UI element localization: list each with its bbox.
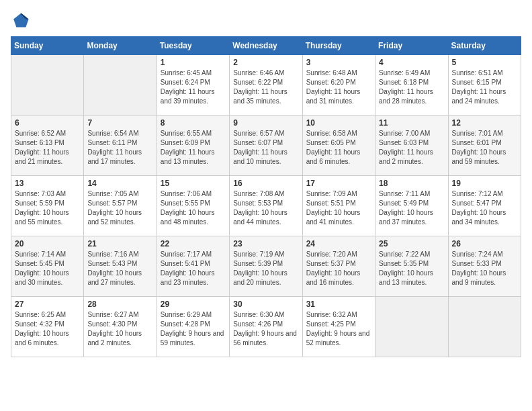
day-info: Sunrise: 6:45 AMSunset: 6:24 PMDaylight:…: [161, 68, 226, 106]
calendar-header: SundayMondayTuesdayWednesdayThursdayFrid…: [11, 37, 521, 55]
logo: [11, 11, 31, 30]
day-cell: 3Sunrise: 6:48 AMSunset: 6:20 PMDaylight…: [302, 55, 375, 116]
day-info: Sunrise: 6:49 AMSunset: 6:18 PMDaylight:…: [379, 68, 444, 106]
day-cell: 9Sunrise: 6:57 AMSunset: 6:07 PMDaylight…: [230, 116, 302, 176]
day-cell: 31Sunrise: 6:32 AMSunset: 4:25 PMDayligh…: [302, 297, 375, 357]
header-cell-tuesday: Tuesday: [157, 37, 229, 55]
day-cell: 8Sunrise: 6:55 AMSunset: 6:09 PMDaylight…: [157, 116, 229, 176]
week-row-3: 13Sunrise: 7:03 AMSunset: 5:59 PMDayligh…: [11, 176, 521, 236]
day-number: 29: [161, 300, 226, 309]
day-cell: 19Sunrise: 7:12 AMSunset: 5:47 PMDayligh…: [448, 176, 521, 236]
day-info: Sunrise: 6:58 AMSunset: 6:05 PMDaylight:…: [306, 129, 371, 167]
week-row-2: 6Sunrise: 6:52 AMSunset: 6:13 PMDaylight…: [11, 116, 521, 176]
header-cell-saturday: Saturday: [448, 37, 521, 55]
day-cell: [84, 55, 157, 116]
day-cell: 6Sunrise: 6:52 AMSunset: 6:13 PMDaylight…: [11, 116, 84, 176]
day-number: 31: [306, 300, 371, 309]
day-cell: 21Sunrise: 7:16 AMSunset: 5:43 PMDayligh…: [84, 236, 157, 297]
day-cell: 25Sunrise: 7:22 AMSunset: 5:35 PMDayligh…: [375, 236, 448, 297]
day-info: Sunrise: 7:16 AMSunset: 5:43 PMDaylight:…: [87, 250, 152, 287]
day-number: 9: [233, 118, 298, 128]
day-cell: 28Sunrise: 6:27 AMSunset: 4:30 PMDayligh…: [84, 297, 157, 357]
day-number: 7: [87, 118, 152, 128]
day-cell: 22Sunrise: 7:17 AMSunset: 5:41 PMDayligh…: [157, 236, 229, 297]
header-cell-thursday: Thursday: [302, 37, 375, 55]
day-info: Sunrise: 7:22 AMSunset: 5:35 PMDaylight:…: [379, 250, 444, 287]
day-cell: 12Sunrise: 7:01 AMSunset: 6:01 PMDayligh…: [448, 116, 521, 176]
day-number: 4: [379, 58, 444, 67]
day-cell: 7Sunrise: 6:54 AMSunset: 6:11 PMDaylight…: [84, 116, 157, 176]
day-cell: 17Sunrise: 7:09 AMSunset: 5:51 PMDayligh…: [302, 176, 375, 236]
day-number: 17: [306, 179, 371, 188]
day-info: Sunrise: 7:06 AMSunset: 5:55 PMDaylight:…: [161, 189, 226, 227]
day-cell: 24Sunrise: 7:20 AMSunset: 5:37 PMDayligh…: [302, 236, 375, 297]
day-info: Sunrise: 7:08 AMSunset: 5:53 PMDaylight:…: [233, 189, 298, 227]
logo-icon: [11, 11, 30, 30]
day-number: 8: [161, 118, 226, 128]
calendar-table: SundayMondayTuesdayWednesdayThursdayFrid…: [11, 36, 521, 357]
header-cell-sunday: Sunday: [11, 37, 84, 55]
week-row-1: 1Sunrise: 6:45 AMSunset: 6:24 PMDaylight…: [11, 55, 521, 116]
day-number: 25: [379, 239, 444, 248]
day-number: 24: [306, 239, 371, 248]
header-cell-friday: Friday: [375, 37, 448, 55]
day-number: 23: [233, 239, 298, 248]
day-info: Sunrise: 6:52 AMSunset: 6:13 PMDaylight:…: [15, 129, 80, 167]
day-info: Sunrise: 7:00 AMSunset: 6:03 PMDaylight:…: [379, 129, 444, 167]
day-cell: 2Sunrise: 6:46 AMSunset: 6:22 PMDaylight…: [230, 55, 302, 116]
week-row-5: 27Sunrise: 6:25 AMSunset: 4:32 PMDayligh…: [11, 297, 521, 357]
day-number: 30: [233, 300, 298, 309]
day-info: Sunrise: 7:19 AMSunset: 5:39 PMDaylight:…: [233, 250, 298, 287]
header-cell-monday: Monday: [84, 37, 157, 55]
day-info: Sunrise: 6:27 AMSunset: 4:30 PMDaylight:…: [87, 310, 152, 348]
day-info: Sunrise: 7:12 AMSunset: 5:47 PMDaylight:…: [452, 189, 517, 227]
day-info: Sunrise: 7:11 AMSunset: 5:49 PMDaylight:…: [379, 189, 444, 227]
day-info: Sunrise: 6:51 AMSunset: 6:15 PMDaylight:…: [452, 68, 517, 106]
day-cell: 10Sunrise: 6:58 AMSunset: 6:05 PMDayligh…: [302, 116, 375, 176]
day-info: Sunrise: 6:25 AMSunset: 4:32 PMDaylight:…: [15, 310, 80, 348]
day-number: 10: [306, 118, 371, 128]
day-info: Sunrise: 6:46 AMSunset: 6:22 PMDaylight:…: [233, 68, 298, 106]
day-cell: 5Sunrise: 6:51 AMSunset: 6:15 PMDaylight…: [448, 55, 521, 116]
day-info: Sunrise: 7:05 AMSunset: 5:57 PMDaylight:…: [87, 189, 152, 227]
day-cell: 30Sunrise: 6:30 AMSunset: 4:26 PMDayligh…: [230, 297, 302, 357]
day-number: 12: [452, 118, 517, 128]
page-header: [11, 11, 521, 30]
day-info: Sunrise: 7:20 AMSunset: 5:37 PMDaylight:…: [306, 250, 371, 287]
day-info: Sunrise: 6:29 AMSunset: 4:28 PMDaylight:…: [161, 310, 226, 348]
day-cell: 20Sunrise: 7:14 AMSunset: 5:45 PMDayligh…: [11, 236, 84, 297]
day-cell: 15Sunrise: 7:06 AMSunset: 5:55 PMDayligh…: [157, 176, 229, 236]
header-cell-wednesday: Wednesday: [230, 37, 302, 55]
day-cell: 4Sunrise: 6:49 AMSunset: 6:18 PMDaylight…: [375, 55, 448, 116]
day-cell: 1Sunrise: 6:45 AMSunset: 6:24 PMDaylight…: [157, 55, 229, 116]
day-number: 15: [161, 179, 226, 188]
day-number: 20: [15, 239, 80, 248]
day-info: Sunrise: 7:09 AMSunset: 5:51 PMDaylight:…: [306, 189, 371, 227]
day-cell: [11, 55, 84, 116]
day-cell: 16Sunrise: 7:08 AMSunset: 5:53 PMDayligh…: [230, 176, 302, 236]
day-info: Sunrise: 6:57 AMSunset: 6:07 PMDaylight:…: [233, 129, 298, 167]
header-row: SundayMondayTuesdayWednesdayThursdayFrid…: [11, 37, 521, 55]
day-number: 1: [161, 58, 226, 67]
day-number: 21: [87, 239, 152, 248]
day-cell: 18Sunrise: 7:11 AMSunset: 5:49 PMDayligh…: [375, 176, 448, 236]
day-info: Sunrise: 7:03 AMSunset: 5:59 PMDaylight:…: [15, 189, 80, 227]
day-number: 27: [15, 300, 80, 309]
day-cell: 26Sunrise: 7:24 AMSunset: 5:33 PMDayligh…: [448, 236, 521, 297]
day-cell: 27Sunrise: 6:25 AMSunset: 4:32 PMDayligh…: [11, 297, 84, 357]
day-info: Sunrise: 7:17 AMSunset: 5:41 PMDaylight:…: [161, 250, 226, 287]
day-number: 5: [452, 58, 517, 67]
day-number: 11: [379, 118, 444, 128]
day-cell: [448, 297, 521, 357]
day-cell: 14Sunrise: 7:05 AMSunset: 5:57 PMDayligh…: [84, 176, 157, 236]
day-info: Sunrise: 7:24 AMSunset: 5:33 PMDaylight:…: [452, 250, 517, 287]
day-number: 16: [233, 179, 298, 188]
day-number: 2: [233, 58, 298, 67]
day-number: 3: [306, 58, 371, 67]
day-info: Sunrise: 6:32 AMSunset: 4:25 PMDaylight:…: [306, 310, 371, 348]
day-number: 18: [379, 179, 444, 188]
day-number: 26: [452, 239, 517, 248]
day-number: 6: [15, 118, 80, 128]
day-info: Sunrise: 7:01 AMSunset: 6:01 PMDaylight:…: [452, 129, 517, 167]
day-cell: [375, 297, 448, 357]
